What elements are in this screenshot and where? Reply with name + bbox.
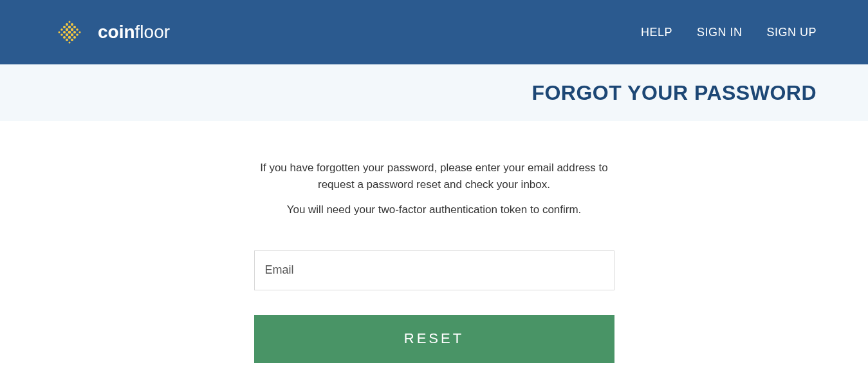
logo-text: coinfloor [98,22,170,42]
reset-button[interactable]: RESET [254,315,614,363]
header-nav: HELP SIGN IN SIGN UP [641,26,817,39]
svg-point-5 [63,36,66,39]
svg-point-4 [63,31,66,33]
svg-point-17 [73,26,76,28]
svg-point-13 [71,23,73,26]
main-header: coinfloor HELP SIGN IN SIGN UP [0,0,868,64]
nav-signin[interactable]: SIGN IN [697,26,743,39]
svg-point-20 [76,28,78,31]
svg-point-6 [66,23,68,26]
svg-point-22 [79,32,81,33]
svg-point-8 [66,33,68,36]
svg-point-21 [76,33,78,36]
logo[interactable]: coinfloor [51,16,170,48]
nav-signup[interactable]: SIGN UP [766,26,817,39]
main-content: If you have forgotten your password, ple… [241,160,627,363]
svg-point-3 [63,26,66,28]
svg-point-23 [69,21,71,23]
page-banner: FORGOT YOUR PASSWORD [0,64,868,121]
svg-point-16 [71,39,73,41]
svg-point-9 [66,39,68,41]
description-text-2: You will need your two-factor authentica… [254,202,614,218]
description-text-1: If you have forgotten your password, ple… [254,160,614,193]
svg-point-1 [60,28,63,31]
coinfloor-logo-icon [51,16,90,48]
svg-point-15 [71,33,73,36]
email-field[interactable] [254,250,614,290]
reset-form: RESET [254,250,614,363]
svg-point-24 [69,42,71,44]
svg-point-0 [59,32,60,33]
nav-help[interactable]: HELP [641,26,672,39]
svg-point-2 [60,33,63,36]
svg-point-19 [73,36,76,39]
page-title: FORGOT YOUR PASSWORD [531,81,817,105]
svg-point-10 [68,26,71,28]
svg-point-12 [68,36,71,39]
svg-point-14 [71,28,73,31]
svg-point-11 [68,31,71,34]
svg-point-7 [66,28,68,31]
svg-point-18 [73,31,76,33]
